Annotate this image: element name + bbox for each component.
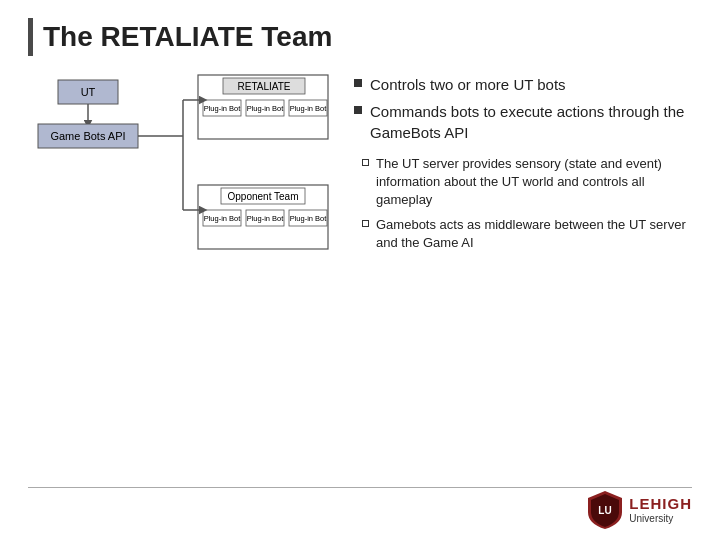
svg-text:Opponent Team: Opponent Team [228, 191, 299, 202]
svg-text:RETALIATE: RETALIATE [238, 81, 291, 92]
title-bar: The RETALIATE Team [28, 18, 692, 56]
sub-bullet-1: The UT server provides sensory (state an… [362, 155, 692, 210]
svg-text:Plug-in Bot: Plug-in Bot [204, 104, 242, 113]
bullet-1: Controls two or more UT bots [354, 74, 692, 95]
svg-text:Game Bots API: Game Bots API [50, 130, 125, 142]
svg-text:Plug-in Bot: Plug-in Bot [247, 214, 285, 223]
logo-lehigh-label: LEHIGH [629, 496, 692, 513]
sub-bullet-icon-2 [362, 220, 369, 227]
bullet-icon-1 [354, 79, 362, 87]
sub-bullet-2: Gamebots acts as middleware between the … [362, 216, 692, 252]
lehigh-shield-icon: LU [587, 490, 623, 530]
logo-text: LEHIGH University [629, 496, 692, 524]
title-accent [28, 18, 33, 56]
bullet-2: Commands bots to execute actions through… [354, 101, 692, 143]
logo-university-label: University [629, 513, 692, 524]
bullet-icon-2 [354, 106, 362, 114]
svg-text:LU: LU [599, 505, 612, 516]
sub-bullets: The UT server provides sensory (state an… [362, 155, 692, 258]
page-title: The RETALIATE Team [43, 21, 332, 53]
svg-text:UT: UT [81, 86, 96, 98]
svg-text:Plug-in Bot: Plug-in Bot [247, 104, 285, 113]
bullets-section: Controls two or more UT bots Commands bo… [354, 70, 692, 280]
slide: The RETALIATE Team UT Game Bots API [0, 0, 720, 540]
diagram: UT Game Bots API RETALIATE [28, 70, 338, 280]
svg-text:Plug-in Bot: Plug-in Bot [290, 214, 328, 223]
logo-area: LU LEHIGH University [587, 490, 692, 530]
svg-text:Plug-in Bot: Plug-in Bot [290, 104, 328, 113]
content-area: UT Game Bots API RETALIATE [28, 70, 692, 280]
svg-text:Plug-in Bot: Plug-in Bot [204, 214, 242, 223]
sub-bullet-icon-1 [362, 159, 369, 166]
divider [28, 487, 692, 488]
